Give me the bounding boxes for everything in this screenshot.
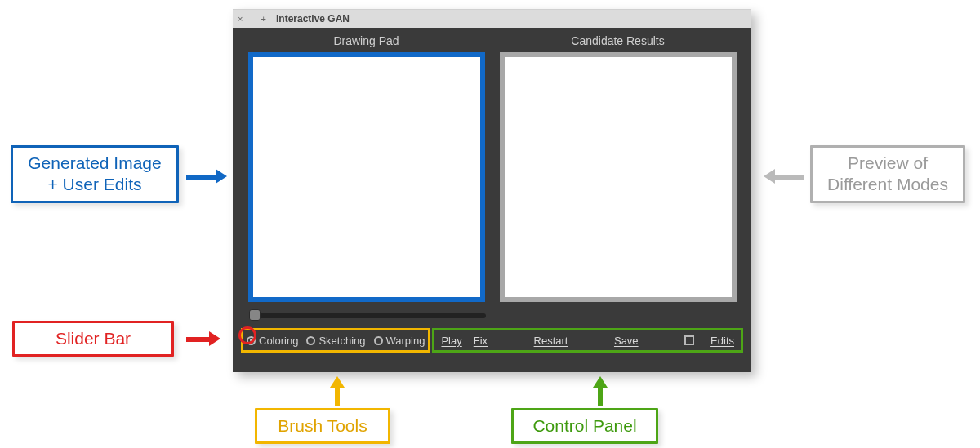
callout-brush-tools: Brush Tools: [255, 408, 390, 444]
app-window: × – + Interactive GAN Drawing Pad Candid…: [233, 9, 751, 372]
control-panel-group: Play Fix Restart Save Edits: [432, 328, 743, 353]
callout-control-panel: Control Panel: [511, 408, 658, 444]
fix-button[interactable]: Fix: [474, 335, 488, 347]
slider-row: [233, 313, 751, 318]
titlebar: × – + Interactive GAN: [233, 10, 751, 28]
arrow-preview-icon: [764, 168, 804, 184]
drawing-pad[interactable]: [248, 52, 485, 302]
radio-icon: [374, 336, 383, 345]
candidate-results[interactable]: [500, 52, 737, 302]
window-title: Interactive GAN: [276, 13, 350, 24]
callout-preview-modes: Preview ofDifferent Modes: [810, 145, 965, 203]
panel-labels-row: Drawing Pad Candidate Results: [233, 28, 751, 52]
arrow-brush-icon: [335, 376, 345, 406]
radio-warping[interactable]: Warping: [374, 335, 425, 347]
radio-coloring-label: Coloring: [259, 335, 298, 347]
radio-icon: [306, 336, 315, 345]
radio-warping-label: Warping: [386, 335, 425, 347]
callout-slider-bar: Slider Bar: [12, 321, 174, 357]
slider-marker-circle-icon: [238, 326, 256, 344]
arrow-control-icon: [598, 376, 608, 406]
bottom-row: Coloring Sketching Warping Play Fix Rest…: [233, 328, 751, 353]
minimize-icon[interactable]: –: [249, 14, 254, 24]
arrow-slider-icon: [186, 330, 220, 346]
brush-tools-group: Coloring Sketching Warping: [241, 328, 430, 353]
radio-sketching[interactable]: Sketching: [306, 335, 365, 347]
callout-generated-image: Generated Image+ User Edits: [11, 145, 179, 203]
edits-checkbox[interactable]: [684, 335, 694, 345]
slider-handle[interactable]: [249, 309, 261, 321]
close-icon[interactable]: ×: [238, 14, 243, 24]
arrow-generated-icon: [186, 168, 227, 184]
drawing-pad-label: Drawing Pad: [248, 34, 485, 47]
save-button[interactable]: Save: [614, 335, 639, 347]
slider-track[interactable]: [249, 313, 486, 318]
play-button[interactable]: Play: [441, 335, 461, 347]
restart-button[interactable]: Restart: [534, 335, 568, 347]
panels-row: [233, 52, 751, 302]
candidate-results-label: Candidate Results: [500, 34, 737, 47]
edits-label: Edits: [710, 335, 734, 347]
radio-sketching-label: Sketching: [318, 335, 365, 347]
maximize-icon[interactable]: +: [261, 14, 266, 24]
